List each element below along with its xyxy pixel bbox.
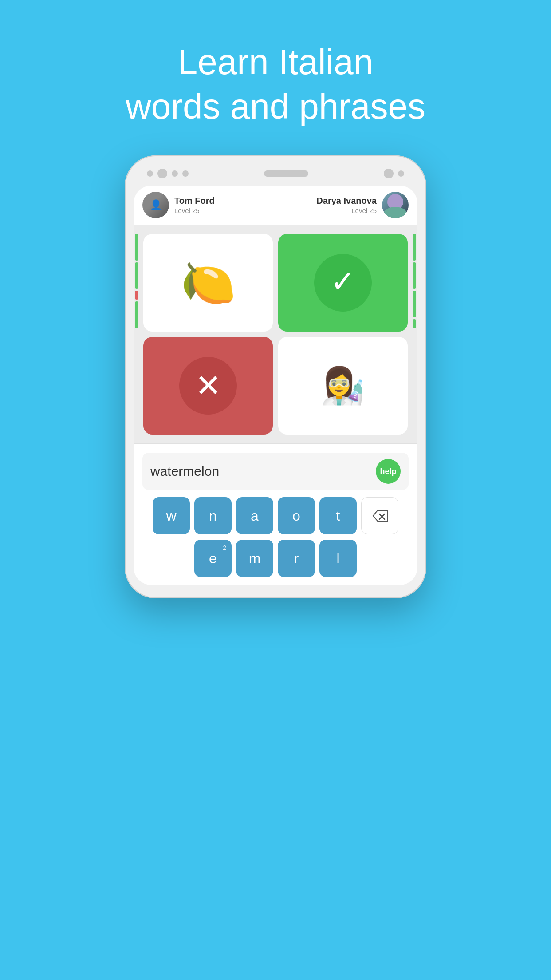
player-left-level: Level 25: [174, 206, 215, 215]
progress-right-seg-3: [413, 291, 416, 317]
input-section: watermelon help w n a o t: [134, 443, 417, 585]
progress-seg-4: [135, 301, 138, 328]
avatar-right: [382, 192, 409, 218]
player-right-level: Level 25: [316, 206, 377, 215]
sensor-dot-5: [398, 170, 404, 177]
sensor-dot-2: [157, 169, 167, 178]
card-scientist[interactable]: 👩‍🔬: [278, 337, 408, 435]
player-left-name: Tom Ford: [174, 195, 215, 206]
help-button[interactable]: help: [376, 459, 401, 484]
sensor-dot-4: [182, 170, 189, 177]
player-right-info: Darya Ivanova Level 25: [316, 195, 377, 215]
player-right: Darya Ivanova Level 25: [316, 192, 409, 218]
key-n[interactable]: n: [194, 497, 232, 534]
sensor-dot-3: [172, 170, 178, 177]
key-e[interactable]: 2 e: [194, 540, 232, 577]
key-l[interactable]: l: [319, 540, 357, 577]
progress-bar-right: [411, 232, 417, 436]
card-wrong[interactable]: ✕: [143, 337, 273, 435]
game-area: 🍋 ✓ ✕ 👩‍🔬: [134, 225, 417, 443]
lemon-image: 🍋: [143, 234, 273, 332]
headline: Learn Italian words and phrases: [126, 40, 425, 129]
headline-line1: Learn Italian: [178, 42, 373, 82]
phone-sensors-left: [147, 169, 189, 178]
key-a[interactable]: a: [236, 497, 273, 534]
progress-right-seg-1: [413, 234, 416, 261]
scientist-image: 👩‍🔬: [278, 337, 408, 435]
headline-line2: words and phrases: [126, 87, 425, 126]
key-o[interactable]: o: [278, 497, 315, 534]
check-icon: ✓: [330, 266, 356, 297]
x-circle: ✕: [179, 357, 237, 415]
sensor-dot-1: [147, 170, 153, 177]
key-r[interactable]: r: [278, 540, 315, 577]
phone-top-bar: [134, 169, 417, 178]
word-input-row: watermelon help: [142, 453, 409, 490]
check-circle: ✓: [314, 254, 372, 312]
key-t[interactable]: t: [319, 497, 357, 534]
player-left: 👤 Tom Ford Level 25: [142, 192, 215, 218]
current-word: watermelon: [150, 464, 376, 479]
x-icon: ✕: [195, 370, 221, 401]
progress-bar-left: [134, 232, 140, 436]
card-correct[interactable]: ✓: [278, 234, 408, 332]
player-right-name: Darya Ivanova: [316, 195, 377, 206]
key-m[interactable]: m: [236, 540, 273, 577]
progress-seg-1: [135, 234, 138, 261]
card-lemon[interactable]: 🍋: [143, 234, 273, 332]
phone-frame: 👤 Tom Ford Level 25 Darya Ivanova Level …: [125, 155, 426, 598]
avatar-left: 👤: [142, 192, 169, 218]
key-w[interactable]: w: [153, 497, 190, 534]
player-left-info: Tom Ford Level 25: [174, 195, 215, 215]
backspace-key[interactable]: [361, 497, 398, 534]
keyboard-row-2: 2 e m r l: [142, 540, 409, 577]
progress-right-seg-2: [413, 262, 416, 289]
progress-right-seg-4: [413, 319, 416, 328]
keyboard: w n a o t 2 e: [142, 497, 409, 581]
progress-seg-3: [135, 291, 138, 300]
cards-grid: 🍋 ✓ ✕ 👩‍🔬: [140, 232, 411, 436]
players-bar: 👤 Tom Ford Level 25 Darya Ivanova Level …: [134, 186, 417, 225]
key-e-superscript: 2: [223, 544, 226, 551]
phone-speaker: [264, 170, 308, 177]
phone-sensors-right: [384, 169, 404, 178]
progress-seg-2: [135, 262, 138, 289]
phone-screen: 👤 Tom Ford Level 25 Darya Ivanova Level …: [134, 186, 417, 585]
keyboard-row-1: w n a o t: [142, 497, 409, 534]
front-camera: [384, 169, 394, 178]
